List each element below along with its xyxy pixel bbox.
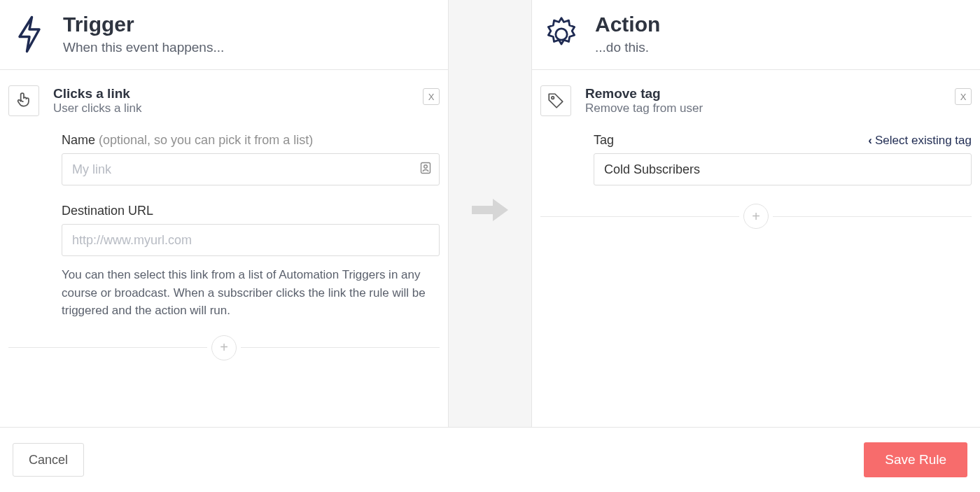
action-column: Action ...do this. Remove tag Remove tag… <box>532 0 980 427</box>
action-header: Action ...do this. <box>532 0 980 70</box>
trigger-name-input[interactable] <box>62 153 440 185</box>
action-card-subtitle: Remove tag from user <box>585 101 703 115</box>
name-field-label: Name (optional, so you can pick it from … <box>62 133 440 148</box>
name-field-block: Name (optional, so you can pick it from … <box>62 133 440 185</box>
add-action-row: + <box>540 204 972 229</box>
add-trigger-row: + <box>8 335 440 360</box>
remove-trigger-button[interactable]: X <box>423 88 440 105</box>
svg-point-3 <box>552 97 554 99</box>
select-existing-tag-link[interactable]: ‹ Select existing tag <box>868 134 972 148</box>
trigger-card-subtitle: User clicks a link <box>53 101 142 115</box>
trigger-header: Trigger When this event happens... <box>0 0 448 70</box>
automation-rule-builder: Trigger When this event happens... <box>0 0 980 492</box>
add-trigger-button[interactable]: + <box>211 335 237 360</box>
cancel-button[interactable]: Cancel <box>13 443 84 477</box>
url-field-label: Destination URL <box>62 204 440 218</box>
action-card: Remove tag Remove tag from user X Tag ‹ … <box>532 70 980 229</box>
destination-url-input[interactable] <box>62 224 440 256</box>
action-subheading: ...do this. <box>595 40 660 55</box>
arrow-right-icon <box>469 196 511 227</box>
footer-bar: Cancel Save Rule <box>0 427 980 492</box>
tag-field-label: Tag <box>594 133 614 148</box>
contact-card-icon <box>420 162 431 177</box>
tag-field-block: Tag ‹ Select existing tag <box>594 133 972 185</box>
url-field-block: Destination URL You can then select this… <box>62 204 440 320</box>
trigger-column: Trigger When this event happens... <box>0 0 448 427</box>
trigger-subheading: When this event happens... <box>63 40 224 55</box>
tag-input[interactable] <box>594 153 972 185</box>
svg-point-1 <box>424 165 428 169</box>
action-card-title: Remove tag <box>585 86 703 101</box>
trigger-heading: Trigger <box>63 13 224 36</box>
action-heading: Action <box>595 13 660 36</box>
remove-action-button[interactable]: X <box>955 88 972 105</box>
trigger-help-text: You can then select this link from a lis… <box>62 266 440 320</box>
gear-icon <box>542 15 581 54</box>
tag-icon <box>540 85 571 116</box>
pointer-click-icon <box>8 85 39 116</box>
chevron-left-icon: ‹ <box>868 134 872 148</box>
svg-point-2 <box>556 28 567 39</box>
add-action-button[interactable]: + <box>743 204 769 229</box>
trigger-card: Clicks a link User clicks a link X Name … <box>0 70 448 360</box>
trigger-card-title: Clicks a link <box>53 86 142 101</box>
save-rule-button[interactable]: Save Rule <box>864 442 967 477</box>
lightning-bolt-icon <box>10 15 49 54</box>
columns: Trigger When this event happens... <box>0 0 980 427</box>
flow-gap <box>448 0 532 427</box>
